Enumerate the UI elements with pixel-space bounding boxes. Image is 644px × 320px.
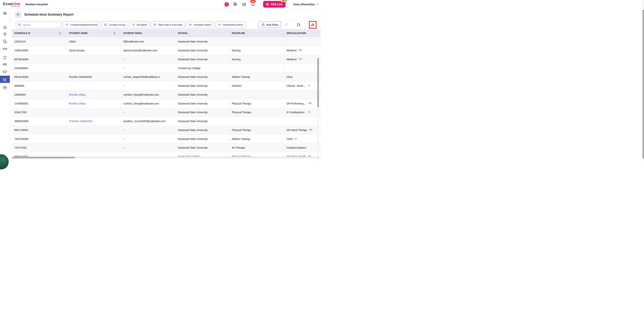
cell-discipline [229,64,284,73]
cell-student-name [66,143,121,152]
sidebar [0,9,10,160]
graduation-cap-icon[interactable] [0,68,10,75]
student-name-text[interactable]: ProdTest 11Mar2025 [69,120,92,123]
analytics-icon[interactable] [0,76,10,83]
filter-chip-location-group[interactable]: Location Group [102,22,128,28]
notifications-count-badge: 132 [250,0,256,3]
student-name-text[interactable]: Lilibet [69,40,76,43]
filter-chip-start-end-date[interactable]: Start Date & End Date [151,22,185,28]
cell-student-name: Ruchita 16Sep [66,90,121,99]
sort-icon[interactable] [59,32,61,35]
column-header-student-name[interactable]: STUDENT NAME [66,29,121,37]
divider [259,1,259,8]
notifications-bell-icon[interactable]: 132 [251,2,255,7]
table-row[interactable]: 5203639001 -- Central City College [12,64,320,73]
cell-schedule-id: 5203639001 [12,64,66,73]
briefcase-icon[interactable] [0,84,10,91]
cell-specialization: OP-Hand Therapy+28 [284,126,320,135]
export-icon[interactable] [296,23,301,27]
table-row[interactable]: 5809869 -- Eastwood State University Die… [12,82,320,90]
cell-discipline: Art Therapy [229,143,284,152]
spec-count-badge: +3 [308,111,310,113]
cell-student-name [66,64,121,73]
wrench-highlight-box[interactable] [309,21,316,29]
student-name-text[interactable]: Ruchita 16Sep [69,102,86,105]
cell-student-email: -- [121,64,175,73]
cell-school: Eastwood State University [175,99,229,108]
table-row[interactable]: 2306418002 David Hussey david.hussey@mai… [12,46,320,55]
cell-schedule-id: 1478893001 [12,99,66,108]
main-content: Schedule-level Summary Report Location/D… [10,9,322,160]
cell-school: Eastwood State University [175,46,229,55]
table-vertical-scrollbar [317,58,319,160]
table-row[interactable]: 9507146001 -- Eastwood State University … [12,126,320,135]
filter-chip-discipline[interactable]: Discipline [129,22,150,28]
location-pin-icon[interactable] [0,31,10,38]
filter-chip-schedule-status[interactable]: Schedule Status [186,22,214,28]
search-box[interactable] [16,22,62,28]
cell-student-email: -- [121,108,175,117]
cell-schedule-id: 8994744002 [12,152,66,160]
cell-schedule-id: 10004004 [12,90,66,99]
sort-icon[interactable] [114,32,115,35]
wrench-icon [311,23,315,27]
cell-student-name [66,82,121,90]
filter-chip-label: Location/Department/Unit [70,24,98,26]
handshake-icon[interactable] [0,45,10,52]
table-row[interactable]: 3995823000 ProdTest 11Mar2025 prodtest_1… [12,117,320,126]
chat-question-icon[interactable]: ? [232,2,238,7]
map-icon [104,23,107,26]
table-vertical-scrollbar-thumb[interactable] [317,58,319,107]
cell-school: Eastwood State University [175,82,229,90]
megaphone-icon[interactable] [241,2,246,7]
student-name-text[interactable]: Ruchita 16Sep [69,93,86,96]
cell-student-name [66,108,121,117]
plus-circle-icon [261,23,265,27]
student-name-text[interactable]: David Hussey [69,49,85,52]
cell-discipline: Nursing [229,55,284,64]
menu-icon[interactable] [0,10,10,17]
ask-leo-button[interactable]: Ask Leo BETA [263,1,286,8]
cell-discipline: Athletic Training [229,134,284,143]
help-icon[interactable]: ? [224,2,229,7]
user-menu[interactable]: Darp Dhameliya [293,3,319,6]
cell-discipline: Physical Therapy [229,152,284,160]
column-header-schedule-id[interactable]: SCHEDULE ID [12,29,66,37]
divider [23,2,23,7]
report-table: SCHEDULE ID STUDENT NAME STUDENT EMAIL S… [12,29,320,160]
cell-specialization: Hosptial Inpatient [284,143,320,152]
cell-student-email: -- [121,134,175,143]
back-button[interactable] [15,12,21,18]
cell-discipline: Physical Therapy [229,99,284,108]
table-row[interactable]: 9679416000 -- Eastwood State University … [12,55,320,64]
table-row[interactable]: 10002119 Lilibet lil@mailinator.com East… [12,37,320,46]
cell-schedule-id: 6644216000 [12,73,66,82]
column-header-student-email: STUDENT EMAIL [121,29,175,37]
spec-count-badge: +53 [298,58,302,60]
divider [289,1,290,8]
cell-discipline [229,90,284,99]
table-row[interactable]: 6644216000 Ruchita 15April2026 ruchita_1… [12,73,320,82]
table-horizontal-scrollbar-thumb[interactable] [12,157,75,158]
table-row[interactable]: 8994744002 -- Central City College Physi… [12,152,320,160]
cell-schedule-id: 5809869 [12,82,66,90]
document-icon[interactable] [0,54,10,61]
table-row[interactable]: 1478893001 Ruchita 16Sep ruchita1.16sep@… [12,99,320,108]
filter-chip-onboarding-status[interactable]: Onboarding Status [215,22,246,28]
table-row[interactable]: 7829745004 -- Eastwood State University … [12,134,320,143]
cell-schedule-id: 3995823000 [12,117,66,126]
clinical-services-icon[interactable] [0,38,10,45]
cell-discipline: Dietetics [229,82,284,90]
spec-count-badge: +2 [294,138,297,140]
filter-chip-location-department-unit[interactable]: Location/Department/Unit [63,22,100,28]
refresh-icon[interactable] [284,23,288,27]
add-filter-button[interactable]: Add Filter [258,22,281,28]
home-icon[interactable] [0,24,10,31]
search-input[interactable] [22,24,60,26]
table-row[interactable]: 743147001 -- Eastwood State University A… [12,143,320,152]
table-row[interactable]: 10004004 Ruchita 16Sep ruchita1.16sep@ma… [12,90,320,99]
student-name-text[interactable]: Ruchita 15April2026 [69,76,92,78]
people-icon[interactable] [0,61,10,68]
cell-specialization: OP-Performing ...+28 [284,99,320,108]
table-row[interactable]: 326417001 -- Eastwood State University P… [12,108,320,117]
